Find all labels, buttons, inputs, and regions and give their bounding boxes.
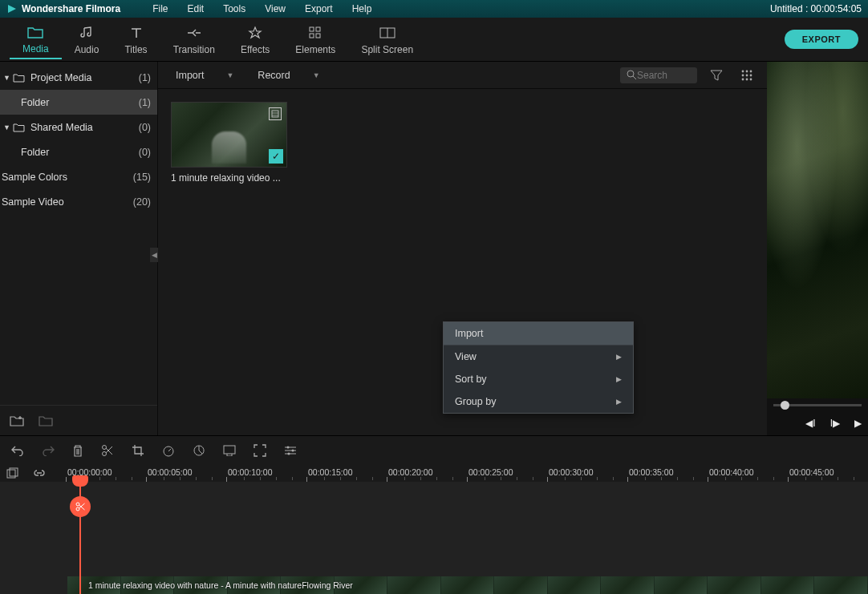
preview-viewport[interactable] xyxy=(767,62,868,398)
tree-count: (1) xyxy=(139,72,151,83)
tree-shared-media[interactable]: ▼ Shared Media (0) xyxy=(0,115,157,139)
app-name: Wondershare Filmora xyxy=(22,3,120,14)
tab-label: Media xyxy=(22,43,49,55)
svg-point-26 xyxy=(292,449,294,451)
svg-point-14 xyxy=(750,75,752,77)
tree-sample-video[interactable]: Sample Video (20) xyxy=(0,189,157,214)
tab-titles[interactable]: Titles xyxy=(112,20,160,59)
import-dropdown[interactable]: Import ▼ xyxy=(168,67,241,84)
transition-icon xyxy=(186,25,202,41)
record-dropdown[interactable]: Record ▼ xyxy=(249,67,327,84)
crop-button[interactable] xyxy=(132,444,144,457)
svg-point-15 xyxy=(742,79,744,81)
svg-rect-2 xyxy=(316,27,320,31)
ruler-tick: 00:00:25:00 xyxy=(468,467,513,477)
playhead-cut-button[interactable] xyxy=(70,496,91,517)
dropdown-label: Import xyxy=(176,70,204,81)
playhead-handle[interactable] xyxy=(72,475,88,487)
search-icon xyxy=(627,70,637,80)
media-grid[interactable]: ✓ 1 minute relaxing video ... Import Vie… xyxy=(158,89,767,435)
time-ruler[interactable]: 00:00:00:0000:00:05:0000:00:10:0000:00:1… xyxy=(67,464,868,482)
tab-effects[interactable]: Effects xyxy=(228,20,282,59)
tab-label: Audio xyxy=(75,44,99,55)
ruler-tick: 00:00:20:00 xyxy=(388,467,432,477)
dropdown-label: Record xyxy=(258,70,290,81)
crop-zoom-button[interactable] xyxy=(254,444,266,457)
tab-elements[interactable]: Elements xyxy=(282,20,348,59)
tab-audio[interactable]: Audio xyxy=(62,20,112,59)
export-button[interactable]: EXPORT xyxy=(785,30,858,49)
prev-frame-button[interactable]: ◀I xyxy=(805,418,815,429)
tree-sample-colors[interactable]: Sample Colors (15) xyxy=(0,164,157,189)
tab-label: Elements xyxy=(295,44,335,55)
titlebar: Wondershare Filmora File Edit Tools View… xyxy=(0,0,868,18)
tree-folder-1[interactable]: Folder (1) xyxy=(0,90,157,115)
clip-label: 1 minute relaxing video with nature - A … xyxy=(87,580,353,590)
menu-view[interactable]: View xyxy=(257,3,294,14)
svg-point-7 xyxy=(627,71,634,77)
media-panel: Import ▼ Record ▼ ✓ 1 minute relaxing vi… xyxy=(157,62,767,435)
folder-icon xyxy=(13,73,27,83)
menu-edit[interactable]: Edit xyxy=(179,3,212,14)
preview-slider[interactable] xyxy=(767,398,868,411)
speed-button[interactable] xyxy=(162,444,175,457)
tab-transition[interactable]: Transition xyxy=(160,20,228,59)
ctx-sortby[interactable]: Sort by▶ xyxy=(444,368,633,390)
video-badge-icon xyxy=(269,107,282,120)
ctx-import[interactable]: Import xyxy=(444,322,633,345)
tab-media[interactable]: Media xyxy=(10,19,62,59)
tab-label: Effects xyxy=(241,44,270,55)
context-menu: Import View▶ Sort by▶ Group by▶ xyxy=(443,321,634,414)
stop-button[interactable]: I▶ xyxy=(830,418,840,429)
slider-thumb[interactable] xyxy=(781,401,789,410)
tree-folder-2[interactable]: Folder (0) xyxy=(0,139,157,164)
filter-button[interactable] xyxy=(705,67,728,84)
tab-label: Split Screen xyxy=(361,44,413,55)
tab-splitscreen[interactable]: Split Screen xyxy=(348,20,426,59)
ruler-tick: 00:00:05:00 xyxy=(148,467,192,477)
svg-point-11 xyxy=(750,71,752,73)
submenu-arrow-icon: ▶ xyxy=(616,353,622,361)
tree-count: (1) xyxy=(139,97,151,108)
media-thumbnail[interactable]: ✓ 1 minute relaxing video ... xyxy=(171,102,287,184)
settings-button[interactable] xyxy=(284,445,297,456)
timeline-clip[interactable]: ▶ 1 minute relaxing video with nature - … xyxy=(67,576,868,594)
svg-rect-24 xyxy=(224,446,235,454)
menu-tools[interactable]: Tools xyxy=(215,3,254,14)
color-button[interactable] xyxy=(193,444,205,457)
thumbnail-image: ✓ xyxy=(171,102,287,168)
timeline-tracks[interactable]: ▶ 1 minute relaxing video with nature - … xyxy=(0,482,868,594)
tree-project-media[interactable]: ▼ Project Media (1) xyxy=(0,65,157,90)
collapse-panel-button[interactable]: ◀ xyxy=(150,248,158,262)
grid-view-button[interactable] xyxy=(736,66,757,84)
ctx-view[interactable]: View▶ xyxy=(444,345,633,368)
search-box[interactable] xyxy=(620,67,697,83)
timeline-toolbar xyxy=(0,435,868,464)
green-screen-button[interactable] xyxy=(223,445,236,456)
delete-button[interactable] xyxy=(72,444,83,457)
svg-point-17 xyxy=(750,79,752,81)
link-button[interactable] xyxy=(33,468,46,478)
undo-button[interactable] xyxy=(11,445,24,456)
delete-folder-button[interactable] xyxy=(39,414,53,426)
split-button[interactable] xyxy=(101,444,114,457)
search-input[interactable] xyxy=(637,70,685,81)
redo-button[interactable] xyxy=(42,445,55,456)
tree-label: Sample Video xyxy=(2,196,133,208)
add-track-button[interactable] xyxy=(6,467,18,479)
svg-point-25 xyxy=(287,446,290,448)
menu-help[interactable]: Help xyxy=(344,3,380,14)
new-folder-button[interactable] xyxy=(10,414,24,426)
media-toolbar: Import ▼ Record ▼ xyxy=(158,62,767,89)
timeline: 00:00:00:0000:00:05:0000:00:10:0000:00:1… xyxy=(0,464,868,594)
splitscreen-icon xyxy=(379,25,395,41)
svg-marker-0 xyxy=(8,5,16,13)
thumbnail-label: 1 minute relaxing video ... xyxy=(171,172,287,184)
submenu-arrow-icon: ▶ xyxy=(616,375,622,383)
ctx-groupby[interactable]: Group by▶ xyxy=(444,390,633,413)
svg-point-16 xyxy=(746,79,748,81)
menu-export[interactable]: Export xyxy=(297,3,341,14)
tree-label: Shared Media xyxy=(30,122,139,133)
play-button[interactable]: ▶ xyxy=(854,418,862,429)
menu-file[interactable]: File xyxy=(144,3,176,14)
